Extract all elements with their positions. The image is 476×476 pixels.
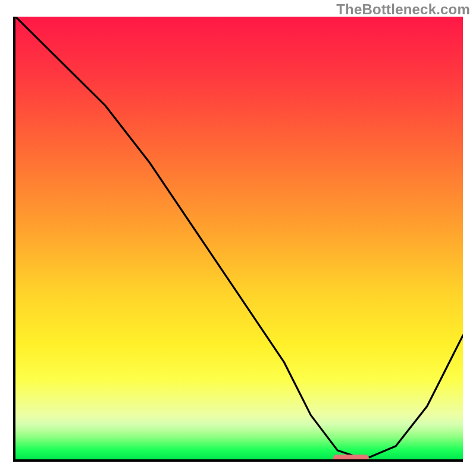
chart-frame: TheBottleneck.com	[0, 0, 476, 476]
optimal-range-marker	[333, 455, 369, 462]
watermark-text: TheBottleneck.com	[336, 1, 470, 18]
bottleneck-curve	[15, 17, 463, 459]
plot-area	[13, 17, 463, 462]
